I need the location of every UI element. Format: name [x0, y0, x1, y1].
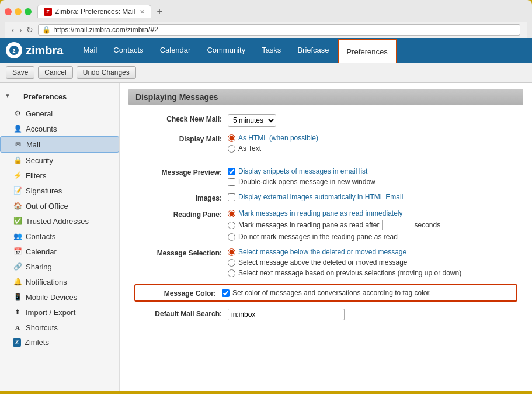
close-button[interactable]	[5, 8, 12, 15]
calendar-icon: 📅	[13, 247, 22, 256]
reading-pane-group: Mark messages in reading pane as read im…	[228, 209, 517, 241]
radio-text-option[interactable]: As Text	[228, 144, 517, 153]
message-selection-group: Select message below the deleted or move…	[228, 248, 517, 277]
select-above-radio[interactable]	[228, 259, 235, 267]
sidebar-item-mobile-devices[interactable]: 📱 Mobile Devices	[0, 289, 119, 305]
radio-html-input[interactable]	[228, 134, 235, 142]
save-button[interactable]: Save	[6, 66, 34, 79]
message-selection-content: Select message below the deleted or move…	[228, 248, 517, 277]
nav-preferences[interactable]: Preferences	[338, 39, 397, 63]
sidebar-item-accounts[interactable]: 👤 Accounts	[0, 121, 119, 136]
top-nav: z zimbra Mail Contacts Calendar Communit…	[0, 38, 532, 63]
default-search-content	[228, 309, 517, 320]
nav-contacts[interactable]: Contacts	[105, 37, 151, 62]
sidebar-item-label: Mobile Devices	[26, 293, 77, 302]
select-next-option[interactable]: Select next message based on previous se…	[228, 269, 517, 277]
mark-after-radio[interactable]	[228, 222, 235, 229]
cancel-button[interactable]: Cancel	[38, 66, 72, 79]
new-tab-button[interactable]: +	[154, 6, 165, 17]
sidebar-item-zimlets[interactable]: Z Zimlets	[0, 335, 119, 350]
images-row: Images: Display external images automati…	[128, 193, 523, 202]
sidebar-item-calendar[interactable]: 📅 Calendar	[0, 244, 119, 259]
notification-icon: 🔔	[13, 277, 22, 286]
svg-text:z: z	[13, 47, 16, 54]
sidebar-item-notifications[interactable]: 🔔 Notifications	[0, 274, 119, 289]
message-preview-label: Message Preview:	[134, 167, 228, 177]
reading-pane-content: Mark messages in reading pane as read im…	[228, 209, 517, 241]
select-above-label: Select message above the deleted or move…	[238, 258, 408, 267]
display-images-label: Display external images automatically in…	[238, 193, 403, 201]
undo-button[interactable]: Undo Changes	[77, 66, 136, 79]
sidebar-item-label: Contacts	[26, 232, 55, 241]
message-color-row: Message Color: Set color of messages and…	[134, 284, 517, 302]
url-text: https://mail.zimbra.com/zimbra/#2	[53, 26, 158, 34]
snippets-checkbox[interactable]	[228, 168, 235, 175]
nav-briefcase[interactable]: Briefcase	[289, 37, 337, 62]
sidebar-item-signatures[interactable]: 📝 Signatures	[0, 183, 119, 198]
do-not-mark-radio[interactable]	[228, 233, 235, 241]
select-next-label: Select next message based on previous se…	[238, 269, 461, 277]
sidebar-item-import-export[interactable]: ⬆ Import / Export	[0, 305, 119, 320]
browser-chrome: Z Zimbra: Preferences: Mail ✕ + ‹ › ↻ 🔒 …	[0, 0, 532, 38]
check-new-mail-select[interactable]: 5 minutes	[228, 114, 276, 127]
tab-close-icon[interactable]: ✕	[140, 8, 145, 16]
select-below-option[interactable]: Select message below the deleted or move…	[228, 248, 517, 256]
display-images-checkbox[interactable]	[228, 193, 235, 201]
seconds-input[interactable]	[382, 220, 411, 230]
select-next-radio[interactable]	[228, 269, 235, 277]
sidebar-item-contacts[interactable]: 👥 Contacts	[0, 229, 119, 244]
message-selection-label: Message Selection:	[134, 248, 228, 257]
mark-immediately-option[interactable]: Mark messages in reading pane as read im…	[228, 209, 517, 217]
address-bar[interactable]: 🔒 https://mail.zimbra.com/zimbra/#2	[38, 24, 520, 36]
default-search-label: Default Mail Search:	[134, 309, 228, 318]
sidebar-item-general[interactable]: ⚙ General	[0, 106, 119, 121]
lock-icon: 🔒	[42, 26, 51, 34]
sidebar-item-sharing[interactable]: 🔗 Sharing	[0, 259, 119, 274]
mark-immediately-radio[interactable]	[228, 210, 235, 217]
nav-community[interactable]: Community	[199, 37, 253, 62]
reload-button[interactable]: ↻	[24, 25, 36, 34]
double-click-option[interactable]: Double-click opens message in new window	[228, 178, 517, 186]
sidebar-item-mail[interactable]: ✉ Mail	[0, 136, 119, 153]
snippets-option[interactable]: Display snippets of messages in email li…	[228, 167, 517, 175]
radio-html-option[interactable]: As HTML (when possible)	[228, 134, 517, 142]
select-above-option[interactable]: Select message above the deleted or move…	[228, 258, 517, 267]
minimize-button[interactable]	[15, 8, 22, 15]
nav-mail[interactable]: Mail	[75, 37, 105, 62]
default-search-input[interactable]	[228, 309, 345, 320]
sidebar-item-label: Import / Export	[26, 308, 75, 317]
nav-tasks[interactable]: Tasks	[253, 37, 289, 62]
mark-after-option[interactable]: Mark messages in reading pane as read af…	[228, 220, 517, 230]
sidebar-item-shortcuts[interactable]: A Shortcuts	[0, 320, 119, 335]
radio-text-input[interactable]	[228, 145, 235, 153]
display-images-option[interactable]: Display external images automatically in…	[228, 193, 517, 201]
set-color-option[interactable]: Set color of messages and conversations …	[222, 289, 512, 297]
sidebar-item-filters[interactable]: ⚡ Filters	[0, 168, 119, 183]
nav-calendar[interactable]: Calendar	[152, 37, 199, 62]
forward-button[interactable]: ›	[17, 25, 25, 34]
mail-icon: ✉	[13, 140, 23, 149]
tab-favicon: Z	[44, 8, 52, 16]
zimlets-icon: Z	[13, 338, 21, 347]
sidebar-item-label: Zimlets	[25, 338, 49, 347]
browser-tab[interactable]: Z Zimbra: Preferences: Mail ✕	[37, 5, 151, 18]
sidebar-item-label: Sharing	[26, 262, 52, 271]
select-below-radio[interactable]	[228, 248, 235, 256]
sidebar-item-security[interactable]: 🔒 Security	[0, 153, 119, 168]
sidebar-item-out-of-office[interactable]: 🏠 Out of Office	[0, 198, 119, 213]
sidebar-item-trusted-addresses[interactable]: ✅ Trusted Addresses	[0, 213, 119, 229]
sidebar-item-label: Filters	[26, 171, 46, 180]
sidebar-item-label: General	[26, 109, 53, 118]
maximize-button[interactable]	[25, 8, 32, 15]
traffic-lights	[5, 8, 32, 15]
set-color-checkbox[interactable]	[222, 289, 230, 297]
reading-pane-row: Reading Pane: Mark messages in reading p…	[128, 209, 523, 241]
double-click-checkbox[interactable]	[228, 178, 235, 186]
message-color-label: Message Color:	[140, 288, 222, 298]
message-color-content: Set color of messages and conversations …	[222, 289, 512, 297]
images-content: Display external images automatically in…	[228, 193, 517, 201]
check-new-mail-content: 5 minutes	[228, 114, 517, 127]
logo-icon: z	[6, 42, 22, 58]
do-not-mark-option[interactable]: Do not mark messages in the reading pane…	[228, 233, 517, 241]
back-button[interactable]: ‹	[9, 25, 17, 34]
